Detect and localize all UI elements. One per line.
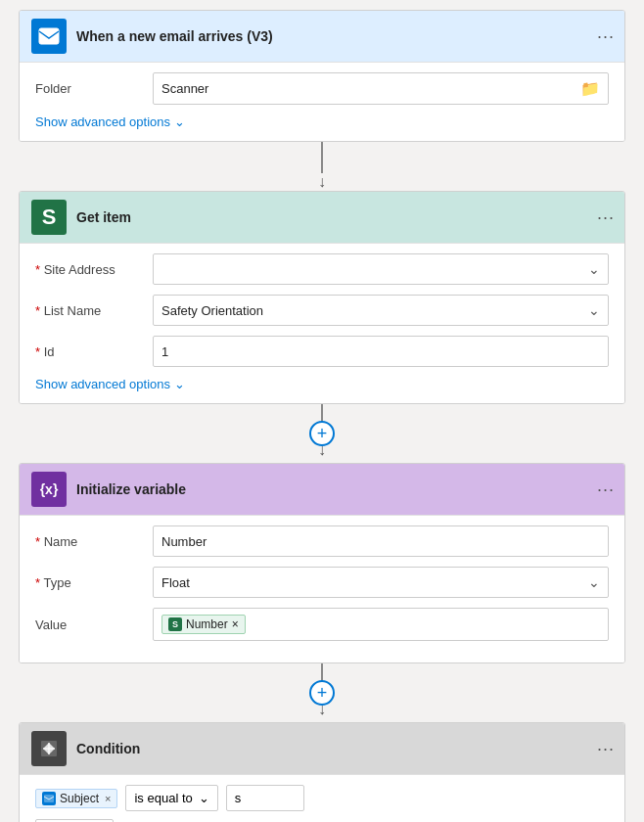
sharepoint-more-button[interactable]: ··· [597, 207, 615, 228]
var-type-dropdown-icon: ⌄ [588, 574, 600, 590]
condition-card-header: Condition ··· [20, 723, 624, 774]
add-step-button-3[interactable]: + [309, 680, 335, 706]
variable-card-header: {x} Initialize variable ··· [20, 464, 624, 515]
id-label: Id [35, 344, 143, 359]
subject-chip: Subject × [35, 789, 117, 808]
sharepoint-card-title: Get item [76, 209, 131, 225]
operator-dropdown[interactable]: is equal to ⌄ [125, 785, 217, 811]
condition-row: Subject × is equal to ⌄ s [35, 785, 609, 811]
svg-rect-0 [39, 28, 59, 44]
email-card-title: When a new email arrives (V3) [76, 28, 273, 44]
var-value-chip: S Number × [161, 615, 246, 634]
connector-1: ↓ [318, 142, 326, 191]
email-advanced-options[interactable]: Show advanced options ⌄ [35, 114, 609, 129]
list-name-input[interactable]: Safety Orientation ⌄ [153, 295, 609, 326]
folder-label: Folder [35, 81, 143, 96]
variable-card-body: Name Number Type Float ⌄ Value S Number [20, 515, 624, 662]
email-icon [31, 19, 67, 54]
condition-value: s [235, 791, 242, 805]
flow-container: When a new email arrives (V3) ··· Folder… [10, 10, 634, 822]
connector-line-1 [321, 142, 323, 173]
condition-icon [31, 731, 67, 766]
folder-icon: 📁 [580, 79, 600, 98]
email-chip-icon [42, 792, 56, 805]
sharepoint-chip-icon: S [168, 617, 182, 631]
condition-card-body: Subject × is equal to ⌄ s + Add ⌄ [20, 774, 624, 822]
folder-row: Folder Scanner 📁 [35, 72, 609, 105]
chevron-down-icon: ⌄ [174, 114, 185, 129]
site-address-dropdown-icon: ⌄ [588, 261, 600, 277]
operator-value: is equal to [134, 791, 192, 805]
condition-card-title: Condition [76, 741, 140, 756]
connector-line-top-3 [321, 663, 323, 681]
arrow-down-icon-1: ↓ [318, 173, 326, 191]
svg-rect-4 [44, 795, 54, 802]
id-input[interactable]: 1 [153, 336, 609, 367]
connector-2: + ↓ [318, 404, 326, 463]
var-type-input[interactable]: Float ⌄ [153, 567, 609, 598]
sharepoint-card-body: Site Address ⌄ List Name Safety Orientat… [20, 243, 624, 403]
sharepoint-advanced-options[interactable]: Show advanced options ⌄ [35, 377, 609, 391]
condition-more-button[interactable]: ··· [597, 739, 615, 759]
email-card-body: Folder Scanner 📁 Show advanced options ⌄ [20, 62, 624, 141]
connector-line-top-2 [321, 404, 323, 422]
site-address-label: Site Address [35, 262, 143, 277]
folder-value: Scanner [161, 81, 208, 96]
var-type-row: Type Float ⌄ [35, 567, 609, 598]
condition-card: Condition ··· Subject × is equal to [19, 722, 625, 822]
variable-more-button[interactable]: ··· [597, 480, 615, 500]
var-value-label: Value [35, 617, 143, 632]
site-address-input[interactable]: ⌄ [153, 253, 609, 285]
list-name-label: List Name [35, 303, 143, 318]
add-step-button-2[interactable]: + [309, 421, 335, 446]
connector-3: + ↓ [318, 663, 326, 722]
email-card-header: When a new email arrives (V3) ··· [20, 11, 624, 62]
sharepoint-card-header: S Get item ··· [20, 192, 624, 243]
condition-value-input[interactable]: s [226, 785, 304, 811]
email-card: When a new email arrives (V3) ··· Folder… [19, 10, 625, 142]
var-type-value: Float [161, 575, 190, 590]
subject-chip-close[interactable]: × [105, 793, 111, 804]
subject-chip-label: Subject [60, 792, 99, 805]
var-chip-label: Number [186, 617, 228, 631]
email-more-button[interactable]: ··· [597, 26, 615, 47]
var-name-value: Number [161, 534, 207, 549]
var-name-row: Name Number [35, 525, 609, 557]
var-value-input[interactable]: S Number × [153, 608, 609, 641]
folder-input[interactable]: Scanner 📁 [153, 72, 609, 105]
chevron-down-icon-2: ⌄ [174, 377, 185, 391]
var-value-row: Value S Number × [35, 608, 609, 641]
site-address-row: Site Address ⌄ [35, 253, 609, 285]
id-row: Id 1 [35, 336, 609, 367]
var-type-label: Type [35, 575, 143, 590]
variable-icon: {x} [31, 472, 67, 507]
sharepoint-card: S Get item ··· Site Address ⌄ List Name … [19, 191, 625, 404]
variable-card: {x} Initialize variable ··· Name Number … [19, 463, 625, 663]
list-name-row: List Name Safety Orientation ⌄ [35, 295, 609, 326]
id-value: 1 [161, 344, 168, 359]
variable-card-title: Initialize variable [76, 481, 186, 497]
list-name-dropdown-icon: ⌄ [588, 302, 600, 318]
operator-dropdown-icon: ⌄ [199, 791, 209, 805]
var-name-input[interactable]: Number [153, 525, 609, 557]
list-name-value: Safety Orientation [161, 303, 263, 318]
sharepoint-icon: S [31, 200, 67, 235]
var-name-label: Name [35, 534, 143, 549]
var-chip-close[interactable]: × [232, 617, 239, 631]
